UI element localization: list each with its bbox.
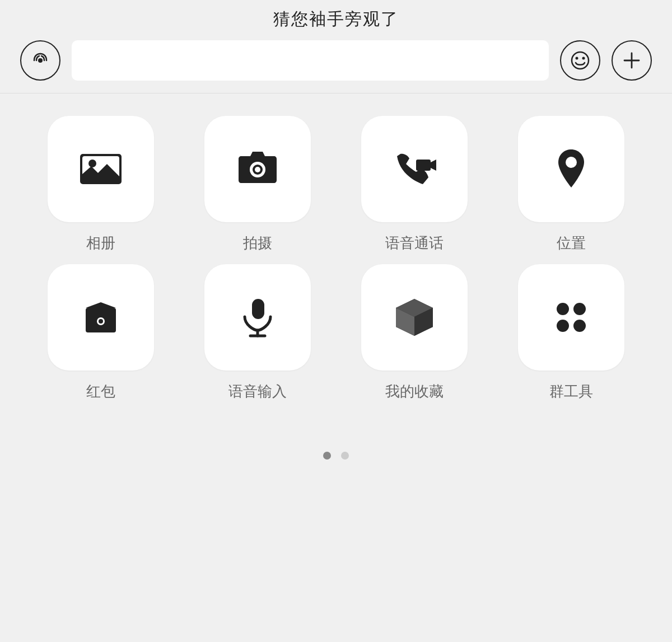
redpacket-label: 红包 <box>86 382 115 401</box>
main-content: 相册 拍摄 <box>0 93 672 424</box>
voicecall-item[interactable]: 语音通话 <box>347 116 482 253</box>
voice-button[interactable] <box>20 40 60 81</box>
voicecall-icon-box <box>361 116 468 222</box>
album-icon-box <box>48 116 154 222</box>
redpacket-icon-box <box>48 264 154 371</box>
emoji-button[interactable] <box>560 40 600 81</box>
grouptools-icon <box>546 292 596 343</box>
voiceinput-label: 语音输入 <box>228 382 287 401</box>
camera-label: 拍摄 <box>243 233 272 253</box>
add-icon <box>622 50 642 71</box>
svg-point-8 <box>88 160 96 167</box>
album-icon <box>76 144 126 194</box>
top-title: 猜您袖手旁观了 <box>273 8 399 31</box>
input-bar <box>0 28 672 93</box>
album-item[interactable]: 相册 <box>34 116 168 253</box>
svg-point-24 <box>557 303 569 315</box>
favorites-icon-box <box>361 264 468 371</box>
emoji-icon <box>570 50 590 71</box>
svg-rect-12 <box>416 160 431 171</box>
svg-point-26 <box>557 320 569 332</box>
redpacket-icon <box>76 292 126 343</box>
grouptools-label: 群工具 <box>549 382 593 401</box>
dot-1[interactable] <box>323 452 331 460</box>
svg-point-1 <box>572 52 589 69</box>
voiceinput-icon-box <box>204 264 311 371</box>
svg-point-11 <box>255 167 260 172</box>
voiceinput-icon <box>232 292 283 343</box>
camera-item[interactable]: 拍摄 <box>190 116 325 253</box>
message-input[interactable] <box>72 40 549 81</box>
dot-2[interactable] <box>341 452 349 460</box>
icon-grid-row1: 相册 拍摄 <box>34 116 638 253</box>
camera-icon <box>232 144 283 194</box>
voice-icon <box>30 50 50 71</box>
redpacket-item[interactable]: 红包 <box>34 264 168 401</box>
svg-point-0 <box>38 58 43 63</box>
voicecall-label: 语音通话 <box>385 233 444 253</box>
svg-point-2 <box>576 57 578 60</box>
grouptools-icon-box <box>518 264 624 371</box>
voiceinput-item[interactable]: 语音输入 <box>190 264 325 401</box>
album-label: 相册 <box>86 233 115 253</box>
top-bar: 猜您袖手旁观了 <box>0 0 672 28</box>
icon-grid-row2: 红包 语音输入 <box>34 264 638 401</box>
svg-point-3 <box>582 57 585 60</box>
pagination-dots <box>0 452 672 460</box>
location-label: 位置 <box>557 233 586 253</box>
favorites-icon <box>389 292 440 343</box>
svg-rect-17 <box>252 299 264 319</box>
location-item[interactable]: 位置 <box>504 116 638 253</box>
svg-point-25 <box>573 303 586 315</box>
favorites-item[interactable]: 我的收藏 <box>347 264 482 401</box>
favorites-label: 我的收藏 <box>385 382 444 401</box>
svg-point-13 <box>566 157 577 168</box>
location-icon <box>546 144 596 194</box>
svg-point-27 <box>573 320 586 332</box>
add-button[interactable] <box>612 40 652 81</box>
location-icon-box <box>518 116 624 222</box>
svg-point-16 <box>99 319 103 324</box>
voicecall-icon <box>389 144 440 194</box>
grouptools-item[interactable]: 群工具 <box>504 264 638 401</box>
camera-icon-box <box>204 116 311 222</box>
